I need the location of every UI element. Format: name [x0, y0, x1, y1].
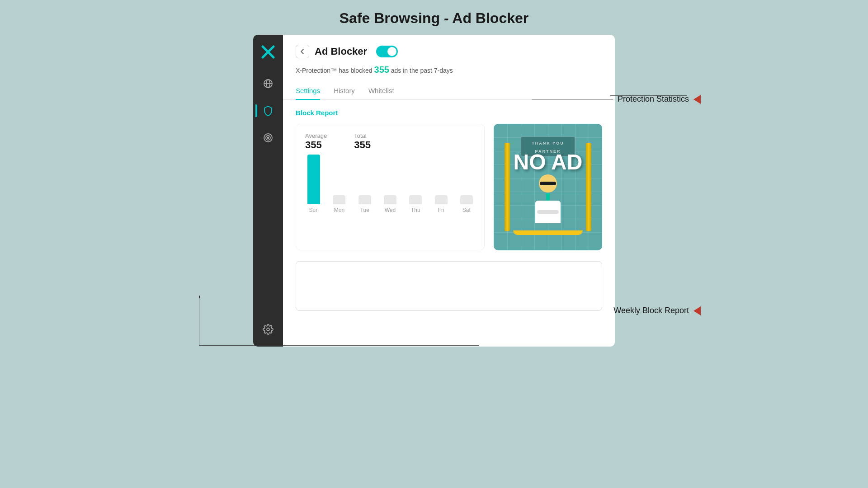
content-header: Ad Blocker: [283, 35, 615, 63]
character-illustration: THANK YOU PARTNER NO AD: [494, 124, 602, 250]
protection-statistics-label: Protection Statistics: [618, 94, 689, 104]
ad-blocker-toggle[interactable]: [376, 46, 398, 57]
char-suit: [535, 201, 561, 223]
page-title: Safe Browsing - Ad Blocker: [0, 0, 868, 35]
panel-content: Block Report Average 355 Total 355: [283, 100, 615, 320]
total-label: Total: [354, 132, 371, 139]
weekly-block-report-annotation: Weekly Block Report: [613, 306, 701, 315]
bar-chart: Sun Mon Tue: [305, 159, 475, 213]
back-button[interactable]: [296, 45, 309, 58]
bar-col-mon: Mon: [330, 195, 348, 213]
bar-col-fri: Fri: [432, 195, 449, 213]
yellow-bar: [513, 230, 583, 235]
sidebar-item-shield[interactable]: [259, 102, 277, 120]
total-stat: Total 355: [354, 132, 371, 151]
annotation-line-1: [532, 99, 613, 100]
tab-whitelist[interactable]: Whitelist: [368, 82, 394, 100]
no-ad-display: NO AD: [494, 151, 602, 173]
character-body: [535, 174, 561, 223]
protection-statistics-arrow: [693, 95, 701, 104]
chart-container: Average 355 Total 355: [296, 124, 485, 250]
protection-statistics-annotation: Protection Statistics: [532, 94, 701, 104]
bar-wed: [384, 195, 396, 204]
bar-col-wed: Wed: [382, 195, 399, 213]
sidebar-item-settings[interactable]: [259, 320, 277, 338]
no-ad-text: NO AD: [494, 151, 602, 173]
char-arms: [537, 210, 559, 214]
bar-label-mon: Mon: [334, 207, 344, 213]
weekly-report-box: [296, 261, 602, 311]
weekly-block-report-arrow: [693, 306, 701, 315]
bar-label-sun: Sun: [309, 207, 318, 213]
tab-settings[interactable]: Settings: [296, 82, 320, 100]
content-area: Ad Blocker X-Protection™ has blocked 355…: [283, 35, 615, 347]
bar-col-thu: Thu: [407, 195, 424, 213]
char-head: [539, 174, 557, 192]
bar-label-sat: Sat: [462, 207, 471, 213]
sidebar: [253, 35, 283, 347]
report-section: Average 355 Total 355: [296, 124, 602, 250]
bar-col-sun: Sun: [305, 155, 322, 213]
ad-blocker-title: Ad Blocker: [315, 46, 367, 57]
bar-label-wed: Wed: [385, 207, 396, 213]
svg-point-8: [267, 328, 269, 331]
bar-mon: [333, 195, 345, 204]
bar-tue: [359, 195, 371, 204]
sidebar-item-target[interactable]: [259, 129, 277, 147]
bar-label-tue: Tue: [360, 207, 369, 213]
tab-history[interactable]: History: [334, 82, 355, 100]
average-stat: Average 355: [305, 132, 327, 151]
weekly-block-report-label: Weekly Block Report: [613, 306, 689, 315]
bar-label-thu: Thu: [411, 207, 420, 213]
bar-label-fri: Fri: [438, 207, 444, 213]
bar-sun: [307, 155, 320, 204]
bar-col-tue: Tue: [356, 195, 373, 213]
block-report-title: Block Report: [296, 109, 602, 117]
bar-fri: [435, 195, 448, 204]
stats-row: Average 355 Total 355: [305, 132, 475, 151]
sidebar-item-globe[interactable]: [259, 75, 277, 93]
svg-point-7: [268, 137, 269, 139]
char-tie: [546, 193, 550, 201]
total-value: 355: [354, 139, 371, 151]
bar-thu: [409, 195, 422, 204]
average-value: 355: [305, 139, 327, 151]
average-label: Average: [305, 132, 327, 139]
bar-col-sat: Sat: [458, 195, 475, 213]
bar-sat: [460, 195, 473, 204]
char-glasses: [540, 182, 556, 185]
svg-point-10: [199, 296, 200, 298]
protection-stat-text: X-Protection™ has blocked 355 ads in the…: [283, 63, 615, 82]
app-logo: [259, 43, 277, 61]
